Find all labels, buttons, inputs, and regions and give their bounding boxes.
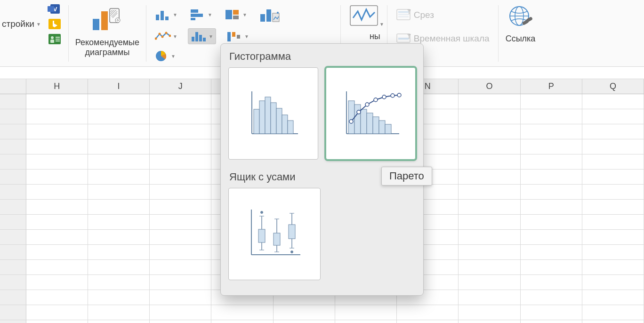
cell[interactable] bbox=[582, 320, 644, 323]
cell[interactable] bbox=[459, 305, 520, 320]
cell[interactable] bbox=[459, 245, 520, 260]
cell[interactable] bbox=[582, 215, 644, 230]
cell[interactable] bbox=[459, 154, 520, 170]
cell[interactable] bbox=[150, 245, 211, 260]
cell[interactable] bbox=[26, 185, 88, 200]
cell[interactable] bbox=[150, 94, 211, 109]
cell[interactable] bbox=[582, 245, 644, 260]
cell[interactable] bbox=[26, 200, 88, 215]
cell[interactable] bbox=[582, 275, 644, 290]
cell[interactable] bbox=[88, 109, 150, 124]
cell[interactable] bbox=[521, 275, 582, 290]
cell[interactable] bbox=[211, 305, 273, 320]
row-header[interactable] bbox=[0, 290, 26, 305]
cell[interactable] bbox=[582, 124, 644, 139]
visio-icon[interactable]: V bbox=[48, 3, 62, 15]
hierarchy-chart-button[interactable]: ▼ bbox=[223, 5, 249, 24]
cell[interactable] bbox=[459, 200, 520, 215]
row-header[interactable] bbox=[0, 139, 26, 154]
row-header[interactable] bbox=[0, 154, 26, 170]
cell[interactable] bbox=[150, 320, 211, 323]
cell[interactable] bbox=[582, 109, 644, 124]
cell[interactable] bbox=[88, 139, 150, 154]
cell[interactable] bbox=[582, 305, 644, 320]
cell[interactable] bbox=[26, 94, 88, 109]
cell[interactable] bbox=[88, 200, 150, 215]
cell[interactable] bbox=[26, 215, 88, 230]
cell[interactable] bbox=[88, 260, 150, 275]
cell[interactable] bbox=[26, 170, 88, 185]
sparkline-line-button[interactable]: ▼ bbox=[347, 3, 380, 29]
cell[interactable] bbox=[274, 320, 335, 323]
cell[interactable] bbox=[150, 154, 211, 170]
row-header[interactable] bbox=[0, 305, 26, 320]
bing-icon[interactable] bbox=[48, 18, 62, 30]
cell[interactable] bbox=[150, 200, 211, 215]
cell[interactable] bbox=[582, 230, 644, 245]
addins-dropdown[interactable]: стройки ▼ bbox=[0, 17, 43, 31]
row-header[interactable] bbox=[0, 124, 26, 139]
column-header[interactable]: O bbox=[459, 79, 520, 94]
cell[interactable] bbox=[26, 230, 88, 245]
cell[interactable] bbox=[521, 94, 582, 109]
cell[interactable] bbox=[26, 275, 88, 290]
cell[interactable] bbox=[150, 230, 211, 245]
column-header[interactable]: H bbox=[26, 79, 88, 94]
pareto-chart-option[interactable] bbox=[326, 67, 416, 160]
row-header[interactable] bbox=[0, 94, 26, 109]
cell[interactable] bbox=[26, 154, 88, 170]
rowcol-corner[interactable] bbox=[0, 79, 26, 94]
cell[interactable] bbox=[397, 320, 459, 323]
cell[interactable] bbox=[582, 139, 644, 154]
hyperlink-button[interactable] bbox=[505, 3, 536, 31]
cell[interactable] bbox=[88, 245, 150, 260]
cell[interactable] bbox=[459, 320, 520, 323]
cell[interactable] bbox=[88, 170, 150, 185]
row-header[interactable] bbox=[0, 275, 26, 290]
cell[interactable] bbox=[582, 200, 644, 215]
cell[interactable] bbox=[459, 230, 520, 245]
cell[interactable] bbox=[26, 305, 88, 320]
cell[interactable] bbox=[521, 200, 582, 215]
cell[interactable] bbox=[150, 305, 211, 320]
cell[interactable] bbox=[88, 154, 150, 170]
cell[interactable] bbox=[150, 275, 211, 290]
cell[interactable] bbox=[150, 124, 211, 139]
cell[interactable] bbox=[26, 320, 88, 323]
cell[interactable] bbox=[26, 290, 88, 305]
cell[interactable] bbox=[459, 215, 520, 230]
cell[interactable] bbox=[521, 139, 582, 154]
cell[interactable] bbox=[521, 230, 582, 245]
cell[interactable] bbox=[459, 170, 520, 185]
cell[interactable] bbox=[459, 185, 520, 200]
cell[interactable] bbox=[88, 275, 150, 290]
cell[interactable] bbox=[26, 260, 88, 275]
bar-chart-button[interactable]: ▼ bbox=[188, 5, 214, 24]
waterfall-chart-button[interactable]: ▼ bbox=[225, 28, 251, 44]
combo-chart-button[interactable] bbox=[258, 5, 282, 24]
column-header[interactable]: J bbox=[150, 79, 211, 94]
cell[interactable] bbox=[88, 320, 150, 323]
row-header[interactable] bbox=[0, 320, 26, 323]
column-chart-button[interactable]: ▼ bbox=[153, 5, 179, 24]
cell[interactable] bbox=[521, 215, 582, 230]
cell[interactable] bbox=[521, 154, 582, 170]
cell[interactable] bbox=[582, 260, 644, 275]
people-graph-icon[interactable] bbox=[48, 33, 62, 45]
cell[interactable] bbox=[88, 290, 150, 305]
row-header[interactable] bbox=[0, 200, 26, 215]
pie-chart-button[interactable]: ▼ bbox=[153, 48, 177, 64]
cell[interactable] bbox=[521, 124, 582, 139]
cell[interactable] bbox=[521, 260, 582, 275]
cell[interactable] bbox=[521, 170, 582, 185]
row-header[interactable] bbox=[0, 230, 26, 245]
cell[interactable] bbox=[88, 124, 150, 139]
cell[interactable] bbox=[582, 290, 644, 305]
cell[interactable] bbox=[521, 290, 582, 305]
row-header[interactable] bbox=[0, 109, 26, 124]
cell[interactable] bbox=[211, 320, 273, 323]
slicer-button[interactable]: Срез bbox=[394, 7, 436, 24]
cell[interactable] bbox=[521, 320, 582, 323]
cell[interactable] bbox=[521, 109, 582, 124]
cell[interactable] bbox=[397, 305, 459, 320]
